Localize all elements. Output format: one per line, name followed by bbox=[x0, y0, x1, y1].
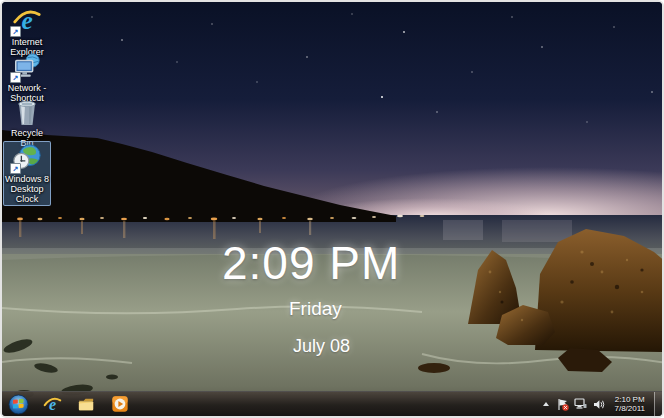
taskbar-internet-explorer-button[interactable]: e bbox=[39, 393, 65, 415]
volume-icon[interactable] bbox=[592, 398, 605, 411]
system-tray: 2:10 PM 7/8/2011 bbox=[543, 392, 662, 416]
shortcut-arrow-icon: ↗ bbox=[10, 163, 21, 174]
shortcut-arrow-icon: ↗ bbox=[10, 72, 21, 83]
tray-date: 7/8/2011 bbox=[614, 404, 645, 413]
shortcut-arrow-icon: ↗ bbox=[10, 26, 21, 37]
taskbar-windows-explorer-button[interactable] bbox=[73, 393, 99, 415]
windows-orb-icon bbox=[8, 394, 29, 415]
taskbar-media-player-button[interactable] bbox=[107, 393, 133, 415]
desktop-clock-time[interactable]: 2:09 PM bbox=[222, 236, 400, 290]
tray-time: 2:10 PM bbox=[614, 395, 645, 404]
windows7-desktop-screenshot: e ↗ Internet Explorer ↗ Network - Shortc… bbox=[0, 0, 664, 418]
start-button[interactable] bbox=[5, 393, 31, 415]
desktop-icon-label: Windows 8 Desktop Clock bbox=[5, 174, 49, 204]
tiny-rock bbox=[418, 363, 450, 373]
recycle-bin-icon bbox=[11, 97, 43, 127]
show-desktop-button[interactable] bbox=[654, 392, 662, 416]
show-hidden-icons-button[interactable] bbox=[543, 402, 549, 406]
desktop-clock-date: July 08 bbox=[293, 336, 350, 357]
media-player-icon bbox=[111, 395, 129, 413]
desktop-clock-day: Friday bbox=[289, 298, 342, 320]
folder-icon bbox=[77, 395, 96, 414]
desktop-clock-icon: ↗ bbox=[11, 143, 43, 173]
taskbar: e bbox=[2, 391, 662, 416]
internet-explorer-icon: e ↗ bbox=[11, 6, 43, 36]
action-center-flag-icon[interactable] bbox=[556, 398, 569, 411]
network-icon: ↗ bbox=[11, 52, 43, 82]
tray-clock[interactable]: 2:10 PM 7/8/2011 bbox=[610, 395, 649, 413]
network-status-icon[interactable] bbox=[574, 398, 587, 411]
desktop-icon-windows8-desktop-clock[interactable]: ↗ Windows 8 Desktop Clock bbox=[3, 141, 51, 206]
internet-explorer-icon: e bbox=[43, 395, 62, 414]
taskbar-left: e bbox=[2, 393, 133, 415]
